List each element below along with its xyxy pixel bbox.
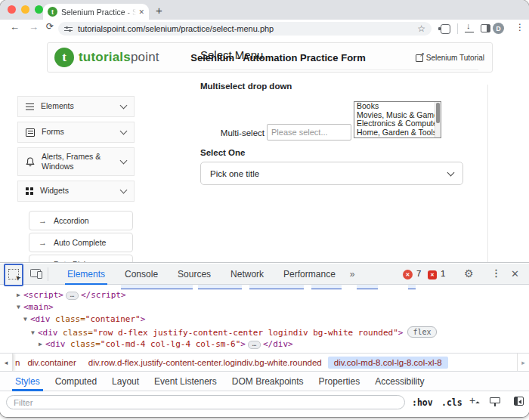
sidebar-item-forms[interactable]: Forms [17, 122, 135, 143]
toggle-styles-sidebar-icon[interactable] [514, 397, 524, 406]
brand-wordmark[interactable]: tutorialspoint [79, 50, 159, 65]
minimize-window-button[interactable] [21, 5, 29, 14]
profile-avatar[interactable]: D [493, 23, 504, 34]
tab-performance[interactable]: Performance [274, 264, 345, 285]
issues-count[interactable]: 1 [441, 269, 445, 278]
sidebar-subitem-auto-complete[interactable]: → Auto Complete [29, 233, 133, 252]
browser-menu-icon[interactable]: ⋮ [515, 22, 524, 32]
sidebar-subitem-date-picker[interactable]: → Date Picker [29, 255, 133, 262]
listbox-scrollbar[interactable] [435, 102, 441, 137]
tab-computed[interactable]: Computed [48, 372, 104, 391]
tab-layout[interactable]: Layout [104, 372, 147, 391]
tab-close-icon[interactable]: ✕ [138, 8, 144, 16]
inspect-cursor-icon: ➤ [8, 269, 19, 279]
dom-node-container[interactable]: ▼<div class="container"> [23, 314, 145, 324]
arrow-right-icon: → [39, 216, 47, 225]
tutorialspoint-favicon: t [48, 7, 57, 17]
browser-tab[interactable]: t Selenium Practice - Select M ✕ [43, 4, 149, 20]
toggle-element-state-button[interactable]: :hov [412, 397, 433, 408]
devtools-tab-bar: Elements Console Sources Network Perform… [57, 264, 360, 285]
element-classes-button[interactable]: .cls [441, 397, 462, 408]
tutorialspoint-logo[interactable]: t [54, 48, 74, 67]
devtools-menu-icon[interactable]: ⋮ [491, 267, 501, 279]
expand-inline-icon[interactable]: … [248, 341, 261, 349]
multi-select-input[interactable] [267, 124, 351, 141]
address-bar[interactable]: tutorialspoint.com/selenium/practice/sel… [58, 22, 432, 36]
dom-node-script[interactable]: ▶<script>…</script> [17, 290, 126, 300]
devtools-panel: Elements Console Sources Network Perform… [0, 262, 529, 417]
close-window-button[interactable] [8, 5, 16, 14]
extensions-icon[interactable] [441, 24, 450, 34]
expand-inline-icon[interactable]: … [66, 292, 79, 300]
scrollbar-thumb[interactable] [436, 103, 440, 123]
breadcrumb-item-clipped[interactable]: n [15, 357, 21, 369]
breadcrumb-item-row[interactable]: div.row.d-flex.justify-content-center.lo… [82, 357, 328, 369]
zoom-window-button[interactable] [35, 5, 43, 14]
bookmark-star-icon[interactable]: ☆ [417, 23, 425, 34]
back-button[interactable]: ← [10, 21, 20, 32]
tab-properties[interactable]: Properties [311, 372, 368, 391]
downloads-icon[interactable]: ↓ [465, 22, 475, 34]
tab-sources[interactable]: Sources [168, 264, 221, 285]
tab-styles[interactable]: Styles [8, 372, 48, 391]
devtools-close-icon[interactable]: ✕ [511, 268, 519, 279]
dom-node-main[interactable]: ▼<main> [17, 302, 54, 312]
sidebar-item-alerts-frames-windows[interactable]: Alerts, Frames & Windows [17, 147, 135, 176]
multi-select-field-label: Multi-select [200, 128, 264, 137]
breadcrumb-item-col-selected[interactable]: div.col-md-8.col-lg-8.col-xl-8 [328, 357, 448, 369]
tab-event-listeners[interactable]: Event Listeners [147, 372, 224, 391]
dom-node-col[interactable]: ▶<div class="col-md-4 col-lg-4 col-sm-6"… [39, 339, 293, 349]
new-style-rule-button[interactable]: + [469, 394, 475, 406]
console-error-count[interactable]: 7 [416, 269, 421, 278]
browser-window: t Selenium Practice - Select M ✕ + ← → ⟳… [0, 0, 529, 417]
tab-accessibility[interactable]: Accessibility [367, 372, 432, 391]
site-settings-icon[interactable] [64, 26, 73, 32]
tab-console[interactable]: Console [115, 264, 168, 285]
breadcrumb-scroll-left-button[interactable]: ◂ [0, 354, 13, 371]
device-toolbar-icon[interactable] [30, 269, 41, 277]
sidebar-subitem-accordion[interactable]: → Accordion [29, 211, 133, 230]
devtools-settings-icon[interactable]: ⚙ [464, 267, 474, 279]
url-text[interactable]: tutorialspoint.com/selenium/practice/sel… [78, 24, 417, 33]
listbox-option[interactable]: Home, Garden & Tools [354, 128, 441, 137]
more-tabs-icon[interactable]: » [345, 269, 360, 279]
tab-strip: t Selenium Practice - Select M ✕ + [0, 0, 529, 20]
chevron-down-icon [120, 157, 128, 165]
tab-network[interactable]: Network [221, 264, 274, 285]
breadcrumb-scroll-right-button[interactable]: ▸ [517, 354, 529, 371]
breadcrumb: n div.container div.row.d-flex.justify-c… [15, 354, 448, 371]
selenium-tutorial-link[interactable]: ↗ Selenium Tutorial [416, 54, 484, 62]
issues-icon[interactable]: ✕ [428, 270, 437, 279]
inspect-element-button[interactable]: ➤ [4, 264, 23, 286]
bell-icon [26, 157, 35, 167]
external-link-icon: ↗ [416, 54, 423, 62]
dom-node-row[interactable]: ▼<div class="row d-flex justify-content-… [31, 326, 437, 338]
new-tab-button[interactable]: + [156, 3, 162, 18]
hamburger-icon [26, 103, 34, 105]
flex-badge[interactable]: flex [407, 326, 436, 338]
tab-title: Selenium Practice - Select M [61, 8, 136, 17]
forward-button[interactable]: → [29, 21, 39, 32]
console-error-icon[interactable]: ✕ [403, 270, 413, 279]
toolbar-separator [457, 23, 458, 34]
select-one-dropdown[interactable]: Pick one title [200, 162, 463, 185]
styles-tab-bar: Styles Computed Layout Event Listeners D… [0, 372, 529, 391]
tab-elements[interactable]: Elements [57, 264, 115, 285]
reload-button[interactable]: ⟳ [46, 21, 54, 32]
breadcrumb-item-container[interactable]: div.container [21, 357, 82, 369]
styles-filter-row: :hov .cls + [0, 391, 529, 414]
tab-dom-breakpoints[interactable]: DOM Breakpoints [224, 372, 311, 391]
styles-filter-input[interactable] [6, 395, 405, 409]
section-title: Select Menu [200, 48, 263, 61]
page-viewport: t tutorialspoint Selenium - Automation P… [0, 38, 529, 262]
form-icon [26, 128, 35, 137]
sidebar-item-widgets[interactable]: Widgets [17, 181, 135, 202]
section-divider [200, 69, 478, 70]
paint-roller-icon[interactable] [490, 397, 500, 403]
listbox-option[interactable]: Books [354, 102, 441, 111]
multiselect-listbox[interactable]: Books Movies, Music & Games Electronics … [354, 101, 441, 138]
chevron-down-icon [120, 128, 128, 135]
sidebar-item-elements[interactable]: Elements [17, 96, 135, 117]
side-panel-icon[interactable] [481, 24, 490, 32]
page-header: t tutorialspoint Selenium - Automation P… [47, 42, 493, 73]
